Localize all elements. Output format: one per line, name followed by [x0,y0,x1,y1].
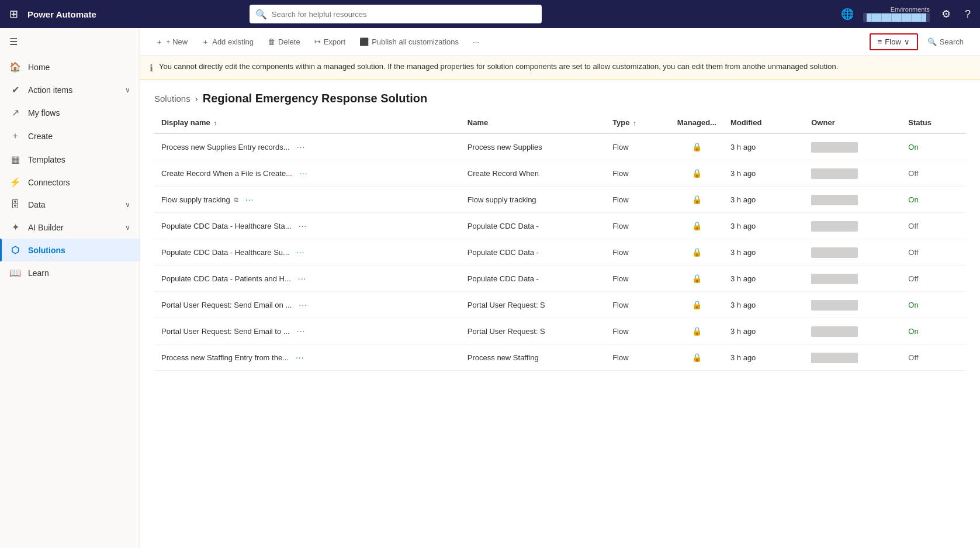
row-more-button[interactable]: ··· [293,325,309,337]
cell-status: On [901,187,966,213]
add-existing-button[interactable]: ＋ Add existing [196,34,259,50]
global-search-input[interactable] [272,10,536,19]
delete-icon: 🗑 [268,37,275,46]
cell-name: Create Record When [460,160,605,187]
lock-icon: 🔒 [692,247,702,257]
more-options-icon: ··· [473,37,479,46]
app-logo: Power Automate [27,9,96,19]
row-more-button[interactable]: ··· [295,273,310,284]
cell-display-name: Flow supply tracking ⧉ ··· [154,187,460,213]
sidebar-label-solutions: Solutions [28,246,65,255]
cell-name: Populate CDC Data - [460,213,605,239]
sidebar-item-solutions[interactable]: ⬡ Solutions [0,239,140,261]
environments-selector[interactable]: Environments ████████████ [863,6,930,22]
row-display-name: Populate CDC Data - Healthcare Su... [161,248,289,257]
col-header-owner: Owner [804,112,901,133]
cell-name: Populate CDC Data - [460,266,605,292]
cell-owner: ████████ [804,318,901,344]
new-icon: ＋ [155,37,163,47]
owner-value: ████████ [811,300,858,311]
sidebar-item-home[interactable]: 🏠 Home [0,56,140,78]
sidebar-item-templates[interactable]: ▦ Templates [0,148,140,171]
top-bar: ⊞ Power Automate 🔍 🌐 Environments ██████… [0,0,980,28]
delete-button[interactable]: 🗑 Delete [262,35,306,49]
cell-status: Off [901,266,966,292]
row-more-button[interactable]: ··· [295,220,311,232]
col-header-type[interactable]: Type ↑ [605,112,670,133]
sidebar-label-action-items: Action items [28,85,72,95]
row-more-button[interactable]: ··· [295,299,311,311]
cell-managed: 🔒 [670,266,723,292]
col-header-display-name[interactable]: Display name ↑ [154,112,460,133]
table-row[interactable]: Flow supply tracking ⧉ ··· Flow supply t… [154,187,966,213]
row-more-button[interactable]: ··· [293,246,309,258]
sidebar-label-home: Home [28,63,50,72]
cell-modified: 3 h ago [723,133,804,160]
sidebar-item-data[interactable]: 🗄 Data ∨ [0,194,140,216]
new-button[interactable]: ＋ + New [150,34,193,50]
table-row[interactable]: Process new Supplies Entry records... ··… [154,133,966,160]
table-row[interactable]: Process new Staffing Entry from the... ·… [154,344,966,371]
cell-type: Flow [605,292,670,318]
waffle-icon[interactable]: ⊞ [7,5,20,23]
warning-text: You cannot directly edit the components … [159,62,838,74]
sidebar-label-ai-builder: AI Builder [28,223,64,232]
table-row[interactable]: Populate CDC Data - Healthcare Su... ···… [154,239,966,266]
status-badge: On [908,195,918,204]
new-label: + New [166,37,188,46]
status-badge: Off [908,222,918,230]
sidebar-item-my-flows[interactable]: ↗ My flows [0,101,140,124]
search-label: Search [940,37,964,46]
more-options-button[interactable]: ··· [467,35,485,49]
top-bar-right: 🌐 Environments ████████████ ⚙ ? [841,5,973,23]
cell-owner: ████████ [804,266,901,292]
cell-modified: 3 h ago [723,344,804,371]
sidebar-item-create[interactable]: ＋ Create [0,124,140,148]
col-header-modified: Modified [723,112,804,133]
publish-button[interactable]: ⬛ Publish all customizations [354,35,465,49]
sidebar-item-learn[interactable]: 📖 Learn [0,261,140,284]
sidebar-item-connectors[interactable]: ⚡ Connectors [0,171,140,194]
sidebar-item-action-items[interactable]: ✔ Action items ∨ [0,78,140,101]
sidebar: ☰ 🏠 Home ✔ Action items ∨ ↗ My flows ＋ C… [0,28,140,548]
row-more-button[interactable]: ··· [242,194,258,205]
cell-name: Process new Staffing [460,344,605,371]
export-button[interactable]: ↦ Export [309,35,352,49]
row-more-button[interactable]: ··· [296,167,311,179]
search-button[interactable]: 🔍 Search [920,35,971,49]
cell-modified: 3 h ago [723,266,804,292]
sidebar-item-ai-builder[interactable]: ✦ AI Builder ∨ [0,216,140,239]
lock-icon: 🔒 [692,142,702,151]
action-items-icon: ✔ [9,84,21,95]
status-badge: On [908,143,918,151]
external-link-icon: ⧉ [234,196,238,204]
row-more-button[interactable]: ··· [293,141,309,153]
flow-filter-button[interactable]: ≡ Flow ∨ [870,33,918,50]
hamburger-button[interactable]: ☰ [0,28,140,56]
row-display-name: Process new Supplies Entry records... [161,143,290,151]
cell-name: Portal User Request: S [460,292,605,318]
table-row[interactable]: Portal User Request: Send Email on ... ·… [154,292,966,318]
breadcrumb: Solutions › Regional Emergency Response … [140,80,980,112]
status-badge: Off [908,248,918,257]
globe-icon[interactable]: 🌐 [841,8,854,20]
owner-value: ████████ [811,142,858,153]
owner-value: ████████ [811,247,858,258]
row-more-button[interactable]: ··· [292,351,308,363]
table-row[interactable]: Create Record When a File is Create... ·… [154,160,966,187]
flow-list-icon: ≡ [878,37,882,46]
breadcrumb-parent[interactable]: Solutions [154,94,191,104]
help-icon[interactable]: ? [962,6,973,23]
global-search-box[interactable]: 🔍 [250,5,542,23]
sidebar-label-templates: Templates [28,155,65,164]
settings-icon[interactable]: ⚙ [939,5,953,23]
table-row[interactable]: Populate CDC Data - Patients and H... ··… [154,266,966,292]
data-chevron-icon: ∨ [125,201,130,209]
sidebar-label-connectors: Connectors [28,178,70,187]
search-icon: 🔍 [255,9,267,20]
owner-value: ████████ [811,168,858,179]
lock-icon: 🔒 [692,195,702,204]
table-row[interactable]: Portal User Request: Send Email to ... ·… [154,318,966,344]
cell-name: Flow supply tracking [460,187,605,213]
table-row[interactable]: Populate CDC Data - Healthcare Sta... ··… [154,213,966,239]
